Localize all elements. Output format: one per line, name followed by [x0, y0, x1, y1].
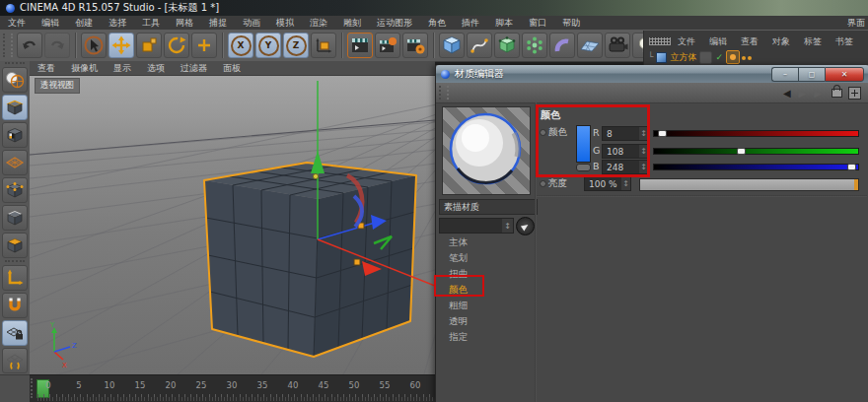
vp-menu-panel[interactable]: 面板	[215, 62, 249, 75]
viewport-canvas[interactable]: Y X Z	[30, 75, 435, 374]
add-subdivision-icon[interactable]	[494, 33, 520, 58]
lock-z-button[interactable]: Z	[283, 33, 309, 58]
perspective-viewport[interactable]: 查看 摄像机 显示 选项 过滤器 面板	[30, 61, 435, 374]
material-editor-titlebar[interactable]: 材质编辑器 – ◻ ✕	[436, 65, 868, 84]
om-menu-tags[interactable]: 标签	[797, 35, 829, 48]
menu-simulate[interactable]: 模拟	[268, 17, 302, 30]
menu-create[interactable]: 创建	[67, 17, 101, 30]
channel-strokes[interactable]: 笔划	[436, 250, 534, 266]
render-settings-icon[interactable]	[402, 33, 428, 58]
color-swatch[interactable]	[576, 125, 591, 163]
menu-render[interactable]: 渲染	[302, 17, 335, 30]
last-tool-icon[interactable]	[191, 33, 217, 58]
brightness-slider[interactable]	[639, 178, 859, 191]
channel-main[interactable]: 主体	[436, 234, 534, 250]
edges-mode-icon[interactable]	[2, 205, 28, 231]
render-view-icon[interactable]	[347, 33, 373, 58]
close-button[interactable]: ✕	[825, 67, 864, 82]
add-array-icon[interactable]	[522, 33, 547, 58]
menu-file[interactable]: 文件	[0, 17, 34, 30]
cube-object[interactable]	[204, 163, 416, 357]
coordinate-system-icon[interactable]	[311, 33, 336, 58]
om-menu-object[interactable]: 对象	[765, 35, 797, 48]
g-value-field[interactable]: 108 ↕	[602, 144, 649, 159]
channel-assign[interactable]: 指定	[436, 329, 534, 345]
brightness-slider-handle[interactable]	[854, 179, 858, 190]
make-editable-icon[interactable]	[2, 67, 28, 93]
add-spline-icon[interactable]	[467, 33, 492, 58]
render-picture-viewer-icon[interactable]	[375, 33, 400, 58]
r-value-field[interactable]: 8 ↕	[602, 126, 649, 141]
add-cube-icon[interactable]	[439, 33, 465, 58]
enable-axis-icon[interactable]	[2, 265, 28, 291]
add-bend-icon[interactable]	[549, 33, 575, 58]
menu-script[interactable]: 脚本	[487, 17, 521, 30]
menu-window[interactable]: 窗口	[521, 17, 554, 30]
spinner-icon[interactable]: ↕	[639, 127, 648, 140]
menu-select[interactable]: 选择	[101, 17, 134, 30]
live-selection-icon[interactable]	[81, 33, 107, 58]
x-axis-handle[interactable]	[354, 259, 360, 265]
object-name[interactable]: 立方体	[670, 51, 696, 64]
menu-interface[interactable]: 界面	[847, 17, 865, 30]
spinner-icon[interactable]: ↕	[639, 161, 648, 173]
points-mode-icon[interactable]	[2, 177, 28, 203]
keyframe-dot[interactable]	[540, 129, 546, 136]
texture-tag-icon[interactable]	[726, 50, 740, 64]
g-slider-handle[interactable]	[737, 148, 746, 155]
lock-x-button[interactable]: X	[228, 33, 253, 58]
menu-character[interactable]: 角色	[420, 17, 454, 30]
timeline-ruler[interactable]: 0 5 10 15 20 25 30 35 40 45 50 55 60	[30, 374, 435, 402]
phong-tag-dots-icon[interactable]	[740, 52, 752, 62]
move-icon[interactable]	[108, 33, 134, 58]
toolbar-grip[interactable]	[439, 86, 449, 100]
menu-mesh[interactable]: 网格	[168, 17, 201, 30]
workplane-lock-icon[interactable]	[2, 320, 28, 346]
r-slider[interactable]	[653, 130, 859, 137]
nav-forward2-icon[interactable]: ▶	[814, 88, 822, 99]
panel-divider[interactable]	[535, 102, 537, 402]
brightness-value-field[interactable]: 100 % ↕	[584, 176, 631, 191]
maximize-button[interactable]: ◻	[798, 67, 825, 82]
redo-icon[interactable]	[44, 33, 70, 58]
sketch-material-label[interactable]: 素描材质	[439, 199, 538, 215]
polygons-mode-icon[interactable]	[2, 233, 28, 258]
add-icon[interactable]	[848, 87, 861, 100]
om-menu-edit[interactable]: 编辑	[702, 35, 734, 48]
snap-icon[interactable]	[2, 293, 28, 318]
menu-edit[interactable]: 编辑	[34, 17, 67, 30]
spinner-icon[interactable]: ↕	[621, 177, 630, 190]
model-mode-icon[interactable]	[2, 95, 28, 120]
channel-color[interactable]: 颜色	[436, 282, 534, 298]
workplane-grid-icon[interactable]	[2, 348, 28, 373]
cube-object-icon[interactable]	[656, 52, 667, 63]
material-preview[interactable]	[442, 106, 531, 195]
vp-menu-options[interactable]: 选项	[139, 62, 173, 75]
vp-menu-display[interactable]: 显示	[106, 62, 139, 75]
view-label[interactable]: 透视视图	[35, 78, 80, 94]
color-picker-button[interactable]	[576, 164, 591, 171]
b-slider-handle[interactable]	[847, 164, 856, 170]
preset-dropdown[interactable]: ↕	[439, 218, 514, 234]
vp-menu-camera[interactable]: 摄像机	[63, 62, 106, 75]
add-floor-icon[interactable]	[577, 33, 603, 58]
lock-icon[interactable]	[832, 89, 842, 98]
menu-help[interactable]: 帮助	[554, 17, 588, 30]
b-value-field[interactable]: 248 ↕	[602, 160, 649, 174]
nav-back-icon[interactable]: ◀	[783, 88, 791, 99]
pick-arrow-button[interactable]	[516, 217, 535, 235]
rotate-icon[interactable]	[164, 33, 189, 58]
menu-plugins[interactable]: 插件	[454, 17, 487, 30]
channel-thickness[interactable]: 粗细	[436, 298, 534, 313]
nav-forward-icon[interactable]: ▶	[799, 88, 807, 99]
workplane-mode-icon[interactable]	[2, 150, 28, 175]
menu-tools[interactable]: 工具	[134, 17, 168, 30]
object-row-cube[interactable]: └ 立方体 ✓	[644, 50, 868, 64]
add-camera-icon[interactable]	[605, 33, 630, 58]
menu-animate[interactable]: 动画	[235, 17, 268, 30]
channel-opacity[interactable]: 透明	[436, 313, 534, 329]
spinner-icon[interactable]: ↕	[639, 145, 648, 158]
g-slider[interactable]	[653, 148, 859, 155]
minimize-button[interactable]: –	[771, 67, 798, 82]
b-slider[interactable]	[653, 164, 859, 170]
